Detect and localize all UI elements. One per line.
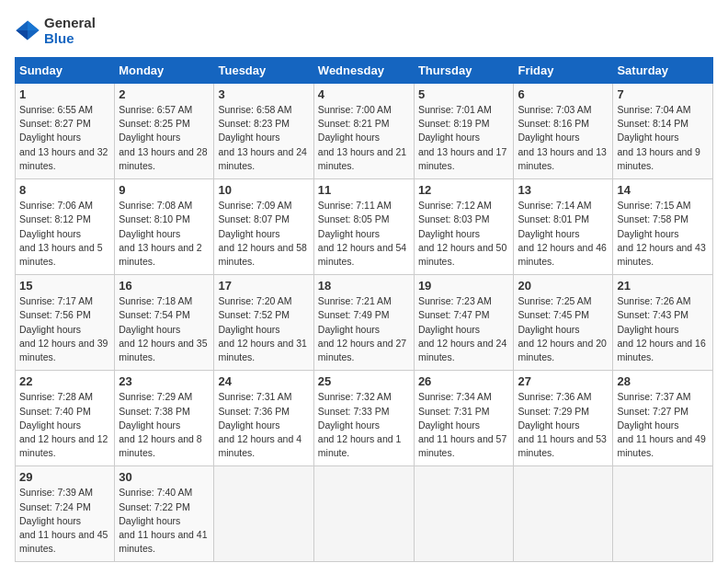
day-info: Sunrise: 7:15 AM Sunset: 7:58 PM Dayligh… — [617, 199, 709, 269]
calendar-cell: 24 Sunrise: 7:31 AM Sunset: 7:36 PM Dayl… — [214, 371, 313, 466]
calendar-cell: 25 Sunrise: 7:32 AM Sunset: 7:33 PM Dayl… — [313, 371, 414, 466]
day-number: 22 — [19, 374, 110, 388]
calendar-cell: 12 Sunrise: 7:12 AM Sunset: 8:03 PM Dayl… — [414, 179, 514, 275]
day-info: Sunrise: 7:29 AM Sunset: 7:38 PM Dayligh… — [119, 390, 210, 460]
calendar-week-3: 15 Sunrise: 7:17 AM Sunset: 7:56 PM Dayl… — [16, 275, 713, 371]
day-number: 24 — [218, 374, 309, 388]
day-info: Sunrise: 7:36 AM Sunset: 7:29 PM Dayligh… — [518, 390, 609, 460]
day-number: 8 — [19, 183, 110, 197]
logo-blue: Blue — [44, 30, 96, 46]
day-number: 21 — [617, 279, 709, 293]
day-number: 20 — [518, 279, 609, 293]
day-info: Sunrise: 7:31 AM Sunset: 7:36 PM Dayligh… — [218, 390, 309, 460]
day-number: 28 — [617, 374, 709, 388]
calendar-cell: 30 Sunrise: 7:40 AM Sunset: 7:22 PM Dayl… — [115, 466, 214, 562]
day-number: 23 — [119, 374, 210, 388]
calendar-cell: 2 Sunrise: 6:57 AM Sunset: 8:25 PM Dayli… — [115, 84, 214, 179]
day-info: Sunrise: 7:03 AM Sunset: 8:16 PM Dayligh… — [518, 103, 609, 173]
day-number: 10 — [218, 183, 309, 197]
calendar-cell: 19 Sunrise: 7:23 AM Sunset: 7:47 PM Dayl… — [414, 275, 514, 371]
day-number: 14 — [617, 183, 709, 197]
logo-general: General — [44, 15, 96, 30]
header-wednesday: Wednesday — [313, 58, 414, 84]
logo-icon — [15, 17, 40, 43]
day-number: 19 — [418, 279, 510, 293]
day-number: 3 — [218, 87, 309, 101]
calendar-cell: 23 Sunrise: 7:29 AM Sunset: 7:38 PM Dayl… — [115, 371, 214, 466]
day-info: Sunrise: 7:40 AM Sunset: 7:22 PM Dayligh… — [119, 486, 210, 556]
calendar-week-1: 1 Sunrise: 6:55 AM Sunset: 8:27 PM Dayli… — [16, 84, 713, 179]
day-info: Sunrise: 7:25 AM Sunset: 7:45 PM Dayligh… — [518, 294, 609, 364]
day-info: Sunrise: 6:57 AM Sunset: 8:25 PM Dayligh… — [119, 103, 210, 173]
day-number: 4 — [318, 87, 410, 101]
day-info: Sunrise: 7:34 AM Sunset: 7:31 PM Dayligh… — [418, 390, 510, 460]
day-info: Sunrise: 7:06 AM Sunset: 8:12 PM Dayligh… — [19, 199, 110, 269]
day-info: Sunrise: 7:18 AM Sunset: 7:54 PM Dayligh… — [119, 294, 210, 364]
logo-text-block: General Blue — [44, 15, 96, 46]
calendar-cell — [214, 466, 313, 562]
day-info: Sunrise: 7:09 AM Sunset: 8:07 PM Dayligh… — [218, 199, 309, 269]
calendar-cell: 4 Sunrise: 7:00 AM Sunset: 8:21 PM Dayli… — [313, 84, 414, 179]
day-number: 13 — [518, 183, 609, 197]
calendar-cell: 6 Sunrise: 7:03 AM Sunset: 8:16 PM Dayli… — [514, 84, 613, 179]
day-number: 18 — [318, 279, 410, 293]
day-info: Sunrise: 7:20 AM Sunset: 7:52 PM Dayligh… — [218, 294, 309, 364]
header-thursday: Thursday — [414, 58, 514, 84]
calendar-cell: 10 Sunrise: 7:09 AM Sunset: 8:07 PM Dayl… — [214, 179, 313, 275]
day-number: 27 — [518, 374, 609, 388]
logo: General Blue — [15, 15, 96, 46]
calendar-cell: 28 Sunrise: 7:37 AM Sunset: 7:27 PM Dayl… — [613, 371, 713, 466]
day-number: 12 — [418, 183, 510, 197]
calendar-cell: 13 Sunrise: 7:14 AM Sunset: 8:01 PM Dayl… — [514, 179, 613, 275]
day-info: Sunrise: 7:14 AM Sunset: 8:01 PM Dayligh… — [518, 199, 609, 269]
calendar-cell: 11 Sunrise: 7:11 AM Sunset: 8:05 PM Dayl… — [313, 179, 414, 275]
calendar-cell: 20 Sunrise: 7:25 AM Sunset: 7:45 PM Dayl… — [514, 275, 613, 371]
calendar-table: SundayMondayTuesdayWednesdayThursdayFrid… — [15, 57, 713, 562]
day-number: 9 — [119, 183, 210, 197]
calendar-cell: 16 Sunrise: 7:18 AM Sunset: 7:54 PM Dayl… — [115, 275, 214, 371]
calendar-cell: 5 Sunrise: 7:01 AM Sunset: 8:19 PM Dayli… — [414, 84, 514, 179]
day-info: Sunrise: 7:12 AM Sunset: 8:03 PM Dayligh… — [418, 199, 510, 269]
day-info: Sunrise: 7:11 AM Sunset: 8:05 PM Dayligh… — [318, 199, 410, 269]
day-number: 17 — [218, 279, 309, 293]
calendar-cell: 14 Sunrise: 7:15 AM Sunset: 7:58 PM Dayl… — [613, 179, 713, 275]
day-info: Sunrise: 7:23 AM Sunset: 7:47 PM Dayligh… — [418, 294, 510, 364]
day-info: Sunrise: 7:01 AM Sunset: 8:19 PM Dayligh… — [418, 103, 510, 173]
calendar-cell: 21 Sunrise: 7:26 AM Sunset: 7:43 PM Dayl… — [613, 275, 713, 371]
calendar-cell: 27 Sunrise: 7:36 AM Sunset: 7:29 PM Dayl… — [514, 371, 613, 466]
calendar-cell — [313, 466, 414, 562]
calendar-cell: 3 Sunrise: 6:58 AM Sunset: 8:23 PM Dayli… — [214, 84, 313, 179]
calendar-cell: 1 Sunrise: 6:55 AM Sunset: 8:27 PM Dayli… — [16, 84, 115, 179]
day-number: 26 — [418, 374, 510, 388]
header-monday: Monday — [115, 58, 214, 84]
header-saturday: Saturday — [613, 58, 713, 84]
calendar-cell: 17 Sunrise: 7:20 AM Sunset: 7:52 PM Dayl… — [214, 275, 313, 371]
day-info: Sunrise: 7:28 AM Sunset: 7:40 PM Dayligh… — [19, 390, 110, 460]
svg-marker-1 — [28, 21, 40, 31]
day-info: Sunrise: 7:32 AM Sunset: 7:33 PM Dayligh… — [318, 390, 410, 460]
day-number: 29 — [19, 470, 110, 484]
day-number: 16 — [119, 279, 210, 293]
calendar-cell — [613, 466, 713, 562]
calendar-cell: 18 Sunrise: 7:21 AM Sunset: 7:49 PM Dayl… — [313, 275, 414, 371]
calendar-cell: 15 Sunrise: 7:17 AM Sunset: 7:56 PM Dayl… — [16, 275, 115, 371]
calendar-cell — [414, 466, 514, 562]
calendar-cell — [514, 466, 613, 562]
day-number: 5 — [418, 87, 510, 101]
calendar-cell: 26 Sunrise: 7:34 AM Sunset: 7:31 PM Dayl… — [414, 371, 514, 466]
header-friday: Friday — [514, 58, 613, 84]
calendar-cell: 8 Sunrise: 7:06 AM Sunset: 8:12 PM Dayli… — [16, 179, 115, 275]
day-number: 11 — [318, 183, 410, 197]
calendar-week-4: 22 Sunrise: 7:28 AM Sunset: 7:40 PM Dayl… — [16, 371, 713, 466]
svg-marker-2 — [16, 30, 28, 40]
calendar-week-5: 29 Sunrise: 7:39 AM Sunset: 7:24 PM Dayl… — [16, 466, 713, 562]
page-header: General Blue — [15, 15, 713, 46]
calendar-cell: 22 Sunrise: 7:28 AM Sunset: 7:40 PM Dayl… — [16, 371, 115, 466]
calendar-header-row: SundayMondayTuesdayWednesdayThursdayFrid… — [16, 58, 713, 84]
calendar-cell: 9 Sunrise: 7:08 AM Sunset: 8:10 PM Dayli… — [115, 179, 214, 275]
day-info: Sunrise: 7:17 AM Sunset: 7:56 PM Dayligh… — [19, 294, 110, 364]
day-info: Sunrise: 6:58 AM Sunset: 8:23 PM Dayligh… — [218, 103, 309, 173]
day-number: 6 — [518, 87, 609, 101]
day-info: Sunrise: 7:21 AM Sunset: 7:49 PM Dayligh… — [318, 294, 410, 364]
day-number: 1 — [19, 87, 110, 101]
